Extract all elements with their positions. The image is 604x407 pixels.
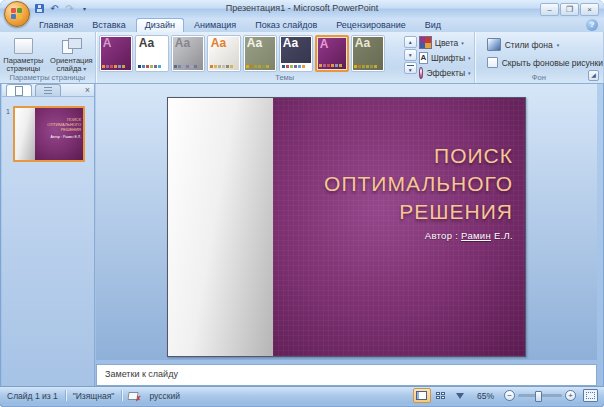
theme-thumbnail-current-purple[interactable]: A (99, 35, 133, 72)
pane-tab-outline[interactable] (35, 84, 61, 96)
zoom-slider-thumb[interactable] (535, 391, 542, 402)
checkbox-icon (487, 57, 498, 68)
slide-counter: Слайд 1 из 1 (0, 391, 65, 401)
qat-customize-button[interactable]: ▾ (78, 3, 91, 15)
window-controls: – ❐ × (540, 3, 599, 16)
ribbon-tab[interactable]: Главная (30, 18, 82, 32)
theme-thumbnail-olive-dark[interactable]: Aa (351, 35, 385, 72)
view-slideshow-button[interactable] (451, 388, 469, 403)
language-label[interactable]: русский (142, 391, 187, 401)
ribbon-tab[interactable]: Вставка (83, 18, 134, 32)
zoom-out-button[interactable]: − (504, 390, 515, 401)
view-sorter-icon (436, 392, 445, 399)
notes-panel[interactable]: Заметки к слайду (96, 364, 597, 386)
theme-thumbnail-elegant-selected[interactable]: A (315, 35, 349, 72)
dialog-launcher-icon[interactable]: ◢ (588, 70, 599, 81)
slide-canvas[interactable]: ПОИСК ОПТИМАЛЬНОГО РЕШЕНИЯ Автор : Рамин… (167, 97, 526, 357)
save-button[interactable] (33, 3, 46, 15)
thumbnail-author: Автор : Рамин Е.Л. (50, 135, 81, 139)
theme-aa-sample: Aa (247, 37, 262, 51)
ribbon-tab[interactable]: Дизайн (136, 18, 184, 32)
zoom-in-button[interactable]: + (565, 390, 576, 401)
view-slideshow-icon (456, 393, 464, 399)
save-icon (35, 4, 44, 13)
minimize-button[interactable]: – (540, 3, 559, 16)
theme-name: "Изящная" (66, 391, 122, 401)
undo-button[interactable]: ↶ (48, 3, 61, 15)
slide-title[interactable]: ПОИСК ОПТИМАЛЬНОГО РЕШЕНИЯ (324, 142, 513, 226)
ribbon: Параметры страницы Ориентация слайда Пар… (0, 32, 604, 84)
thumbnail-left-band (15, 108, 35, 160)
ribbon-tab[interactable]: Показ слайдов (246, 18, 326, 32)
hide-background-checkbox[interactable]: Скрыть фоновые рисунки (487, 57, 603, 68)
themes-gallery: AAaAaAaAaAaAAa (99, 35, 474, 72)
theme-fonts-button[interactable]: A Шрифты (419, 52, 471, 64)
ribbon-tab-strip: ГлавнаяВставкаДизайнАнимацияПоказ слайдо… (0, 18, 604, 32)
slide-canvas-right: ПОИСК ОПТИМАЛЬНОГО РЕШЕНИЯ Автор : Рамин… (273, 98, 525, 356)
theme-colors-icon (419, 36, 432, 49)
background-styles-icon (487, 38, 501, 51)
gallery-scroll-up-icon[interactable]: ▲ (404, 36, 417, 48)
office-logo-icon (11, 8, 22, 19)
notes-placeholder: Заметки к слайду (105, 369, 178, 379)
work-area: × 1 ПОИСК ОПТИМАЛЬНОГО РЕШЕНИЯ Автор : Р… (0, 84, 604, 386)
office-button[interactable] (4, 1, 30, 27)
title-bar: ↶ ↷ ▾ Презентация1 - Microsoft PowerPoin… (0, 0, 604, 18)
group-label-background: Фон (475, 73, 603, 82)
theme-aa-sample: Aa (139, 37, 154, 51)
slide-thumbnail-row: 1 ПОИСК ОПТИМАЛЬНОГО РЕШЕНИЯ Автор : Рам… (2, 106, 94, 162)
page-setup-icon (14, 36, 33, 55)
window-title: Презентация1 - Microsoft PowerPoint (120, 3, 484, 13)
help-button[interactable]: ? (586, 19, 598, 31)
theme-colors-button[interactable]: Цвета (419, 36, 471, 49)
powerpoint-window: ↶ ↷ ▾ Презентация1 - Microsoft PowerPoin… (0, 0, 604, 407)
slide-number: 1 (3, 106, 13, 162)
zoom-level[interactable]: 65% (470, 391, 501, 401)
spellcheck-icon[interactable] (128, 391, 140, 401)
fit-window-button[interactable] (583, 389, 598, 402)
slides-tab-icon (15, 86, 23, 96)
thumbnail-canvas: ПОИСК ОПТИМАЛЬНОГО РЕШЕНИЯ Автор : Рамин… (35, 108, 83, 160)
theme-thumbnail-dark-navy[interactable]: Aa (279, 35, 313, 72)
theme-thumbnail-paper-light[interactable]: Aa (207, 35, 241, 72)
slides-pane: × 1 ПОИСК ОПТИМАЛЬНОГО РЕШЕНИЯ Автор : Р… (2, 84, 95, 386)
status-bar-right: 65% − + (413, 388, 604, 403)
ribbon-tab[interactable]: Вид (416, 18, 450, 32)
theme-aa-sample: Aa (211, 37, 226, 51)
close-pane-icon[interactable]: × (85, 85, 90, 96)
theme-aa-sample: Aa (283, 37, 298, 51)
view-normal-button[interactable] (413, 388, 431, 403)
slide-left-band (168, 98, 273, 356)
slide-author[interactable]: Автор : Рамин Е.Л. (425, 230, 513, 241)
slides-pane-header: × (2, 84, 94, 97)
gallery-scroll-down-icon[interactable]: ▼ (404, 49, 417, 61)
quick-access-toolbar: ↶ ↷ ▾ (33, 2, 91, 15)
view-normal-icon (416, 391, 427, 400)
theme-aa-sample: A (320, 38, 329, 52)
editor-canvas: ПОИСК ОПТИМАЛЬНОГО РЕШЕНИЯ Автор : Рамин… (96, 84, 597, 360)
zoom-slider[interactable] (518, 394, 562, 397)
theme-aa-sample: Aa (355, 37, 370, 51)
theme-thumbnail-olive[interactable]: Aa (243, 35, 277, 72)
page-setup-group: Параметры страницы Ориентация слайда Пар… (0, 32, 96, 83)
status-bar: Слайд 1 из 1 "Изящная" русский 65% − + (0, 386, 604, 404)
background-styles-button[interactable]: Стили фона (487, 38, 603, 51)
maximize-button[interactable]: ❐ (560, 3, 579, 16)
slide-thumbnail[interactable]: ПОИСК ОПТИМАЛЬНОГО РЕШЕНИЯ Автор : Рамин… (13, 106, 85, 162)
thumbnail-title: ПОИСК ОПТИМАЛЬНОГО РЕШЕНИЯ (47, 117, 81, 132)
theme-thumbnail-office-white[interactable]: Aa (135, 35, 169, 72)
group-label-page-setup: Параметры страницы (0, 73, 95, 82)
background-group: Стили фона Скрыть фоновые рисунки Фон ◢ (475, 32, 604, 83)
ribbon-tab[interactable]: Анимация (185, 18, 245, 32)
redo-button[interactable]: ↷ (63, 3, 76, 15)
pane-tab-slides[interactable] (6, 84, 32, 96)
theme-thumbnail-silver[interactable]: Aa (171, 35, 205, 72)
close-button[interactable]: × (580, 3, 599, 16)
slide-orientation-icon (62, 36, 80, 55)
group-label-themes: Темы (96, 73, 474, 82)
ribbon-tab[interactable]: Рецензирование (327, 18, 415, 32)
outline-tab-icon (44, 87, 52, 94)
themes-group: AAaAaAaAaAaAAa ▲ ▼ ▼ Цвета A Шрифты Эффе… (96, 32, 475, 83)
theme-aa-sample: A (103, 37, 112, 51)
view-sorter-button[interactable] (432, 388, 450, 403)
